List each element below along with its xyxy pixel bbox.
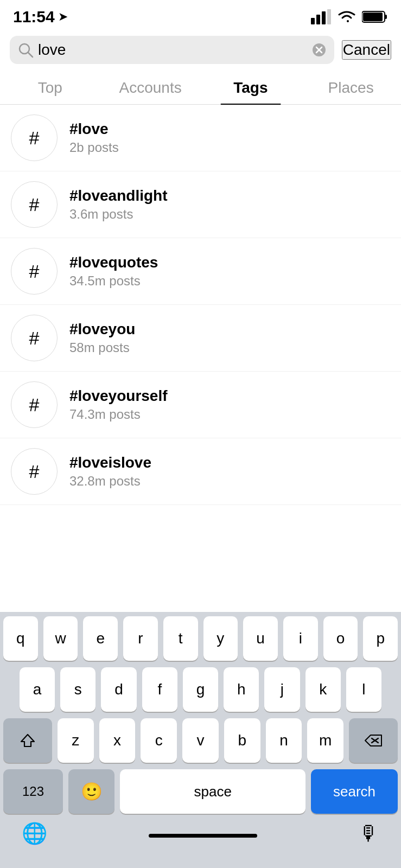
tag-icon-lovequotes: # (11, 248, 58, 295)
key-a[interactable]: a (20, 667, 55, 712)
shift-key[interactable] (3, 718, 52, 763)
tag-posts-loveandlight: 3.6m posts (69, 207, 167, 222)
svg-rect-6 (363, 12, 383, 21)
svg-marker-12 (21, 735, 34, 746)
tab-accounts[interactable]: Accounts (100, 69, 201, 104)
keyboard-row-2: a s d f g h j k l (0, 663, 401, 714)
search-input[interactable] (38, 41, 307, 59)
tag-name-love: #love (69, 120, 119, 138)
tag-posts-loveislove: 32.8m posts (69, 474, 151, 489)
keyboard-row-3: z x c v b n m (0, 714, 401, 765)
tabs-bar: Top Accounts Tags Places (0, 69, 401, 105)
key-k[interactable]: k (305, 667, 341, 712)
tag-posts-lovequotes: 34.5m posts (69, 273, 158, 289)
key-p[interactable]: p (363, 616, 398, 661)
tag-icon-loveislove: # (11, 448, 58, 495)
status-bar: 11:54 ➤ (0, 0, 401, 30)
tag-posts-loveyourself: 74.3m posts (69, 407, 168, 422)
time-display: 11:54 (13, 8, 55, 26)
key-o[interactable]: o (323, 616, 358, 661)
number-key[interactable]: 123 (3, 769, 63, 814)
key-u[interactable]: u (243, 616, 278, 661)
key-g[interactable]: g (183, 667, 218, 712)
tag-name-loveandlight: #loveandlight (69, 187, 167, 205)
key-w[interactable]: w (43, 616, 78, 661)
microphone-icon[interactable]: 🎙 (359, 822, 379, 845)
keyboard-row-4: 123 🙂 space search (0, 765, 401, 816)
key-m[interactable]: m (307, 718, 343, 763)
key-c[interactable]: c (141, 718, 177, 763)
backspace-icon (364, 734, 383, 747)
tag-item-loveandlight[interactable]: # #loveandlight 3.6m posts (0, 171, 401, 238)
key-v[interactable]: v (182, 718, 219, 763)
key-t[interactable]: t (163, 616, 198, 661)
key-y[interactable]: y (203, 616, 238, 661)
key-z[interactable]: z (58, 718, 94, 763)
keyboard-bottom-bar: 🌐 🎙 (0, 816, 401, 848)
home-indicator (149, 834, 257, 838)
tag-item-lovequotes[interactable]: # #lovequotes 34.5m posts (0, 238, 401, 305)
tag-posts-loveyou: 58m posts (69, 340, 135, 355)
svg-rect-2 (322, 11, 326, 24)
location-icon: ➤ (58, 10, 68, 24)
tag-name-loveislove: #loveislove (69, 454, 151, 471)
key-e[interactable]: e (83, 616, 118, 661)
search-icon (17, 42, 34, 58)
status-icons (311, 9, 388, 24)
keyboard-row-1: q w e r t y u i o p (0, 612, 401, 663)
tag-icon-loveyou: # (11, 315, 58, 361)
svg-rect-5 (385, 15, 387, 19)
search-bar-container: Cancel (0, 30, 401, 69)
search-key[interactable]: search (311, 769, 398, 814)
keyboard: q w e r t y u i o p a s d f g h j k l z … (0, 612, 401, 868)
key-q[interactable]: q (3, 616, 38, 661)
backspace-key[interactable] (349, 718, 398, 763)
tag-name-lovequotes: #lovequotes (69, 254, 158, 271)
key-r[interactable]: r (123, 616, 158, 661)
clear-icon[interactable] (311, 42, 327, 58)
tag-icon-love: # (11, 114, 58, 161)
tag-item-loveislove[interactable]: # #loveislove 32.8m posts (0, 438, 401, 505)
tag-name-loveyourself: #loveyourself (69, 387, 168, 405)
key-f[interactable]: f (142, 667, 177, 712)
svg-rect-0 (311, 18, 315, 24)
globe-icon[interactable]: 🌐 (22, 821, 47, 845)
svg-rect-3 (327, 9, 331, 24)
key-j[interactable]: j (264, 667, 300, 712)
key-b[interactable]: b (224, 718, 260, 763)
cancel-button[interactable]: Cancel (342, 40, 391, 60)
shift-icon (20, 733, 35, 748)
battery-icon (362, 10, 388, 24)
tag-posts-love: 2b posts (69, 140, 119, 155)
tab-tags[interactable]: Tags (201, 69, 301, 104)
key-s[interactable]: s (60, 667, 96, 712)
tab-top[interactable]: Top (0, 69, 100, 104)
tag-item-loveyou[interactable]: # #loveyou 58m posts (0, 305, 401, 372)
svg-rect-1 (316, 15, 320, 24)
tag-icon-loveyourself: # (11, 381, 58, 428)
search-input-wrap[interactable] (10, 36, 334, 64)
key-i[interactable]: i (283, 616, 318, 661)
tag-item-loveyourself[interactable]: # #loveyourself 74.3m posts (0, 372, 401, 438)
wifi-icon (337, 9, 357, 24)
key-x[interactable]: x (99, 718, 136, 763)
key-n[interactable]: n (266, 718, 302, 763)
key-h[interactable]: h (224, 667, 259, 712)
key-l[interactable]: l (346, 667, 381, 712)
svg-line-8 (28, 53, 33, 57)
tag-icon-loveandlight: # (11, 181, 58, 228)
key-d[interactable]: d (101, 667, 136, 712)
emoji-key[interactable]: 🙂 (68, 769, 114, 814)
status-time: 11:54 ➤ (13, 8, 68, 26)
signal-icon (311, 9, 332, 24)
tab-places[interactable]: Places (301, 69, 401, 104)
tag-name-loveyou: #loveyou (69, 321, 135, 338)
tag-list: # #love 2b posts # #loveandlight 3.6m po… (0, 105, 401, 505)
tag-item-love[interactable]: # #love 2b posts (0, 105, 401, 171)
space-key[interactable]: space (120, 769, 305, 814)
